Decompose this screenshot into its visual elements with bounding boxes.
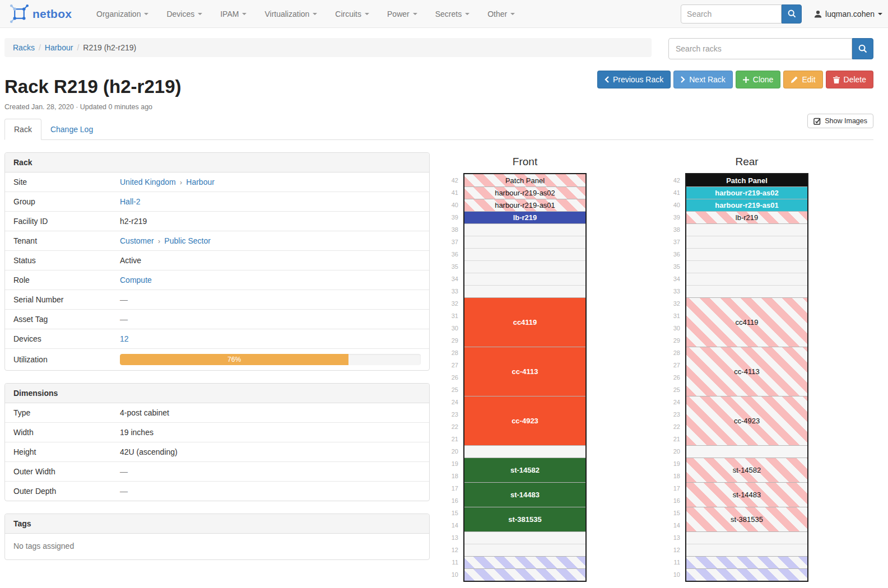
unit-number: 40 <box>668 199 680 211</box>
unit-number: 15 <box>446 507 458 519</box>
rack-device[interactable]: lb-r219 <box>686 211 807 223</box>
show-images-button[interactable]: Show Images <box>807 114 873 128</box>
rack-device[interactable]: st-14483 <box>464 482 585 507</box>
unit-number: 25 <box>446 384 458 396</box>
dimensions-panel: Dimensions Type4-post cabinetWidth19 inc… <box>4 383 430 501</box>
unit-number: 18 <box>446 470 458 482</box>
value-text: 4-post cabinet <box>120 408 169 417</box>
nav-menu-power[interactable]: Power <box>378 0 426 28</box>
unit-number: 17 <box>446 482 458 494</box>
value-text: h2-r219 <box>120 217 147 226</box>
rack-device[interactable]: st-381535 <box>686 507 807 531</box>
value-link[interactable]: Harbour <box>186 178 215 186</box>
rack-device[interactable]: st-14582 <box>686 458 807 482</box>
unit-number: 24 <box>446 396 458 408</box>
chevron-down-icon <box>413 13 417 15</box>
empty-unit <box>464 223 585 236</box>
reserved-unit <box>464 556 585 568</box>
empty-unit <box>686 236 807 248</box>
unit-number: 31 <box>446 310 458 322</box>
value-link[interactable]: Customer <box>120 236 154 245</box>
unit-number: 40 <box>446 199 458 211</box>
unit-number: 32 <box>446 297 458 310</box>
breadcrumb-link[interactable]: Racks <box>13 43 35 52</box>
front-elevation: Front 4241403938373635343332313029282726… <box>446 156 587 582</box>
user-menu[interactable]: luqman.cohen <box>814 10 882 18</box>
page: netbox OrganizationDevicesIPAMVirtualiza… <box>0 0 888 588</box>
empty-unit <box>686 223 807 236</box>
unit-number: 14 <box>446 519 458 531</box>
reserved-unit <box>464 568 585 581</box>
unit-number: 24 <box>668 396 680 408</box>
rack-device[interactable]: st-14582 <box>464 458 585 482</box>
device-label: st-14483 <box>733 491 761 499</box>
breadcrumb-link[interactable]: Harbour <box>45 43 73 52</box>
clone-button[interactable]: Clone <box>736 71 781 88</box>
delete-button[interactable]: Delete <box>826 71 873 88</box>
rack-device[interactable]: st-14483 <box>686 482 807 507</box>
unit-number: 30 <box>446 322 458 334</box>
chevron-down-icon <box>198 13 202 15</box>
front-rack: Patch Panelharbour-r219-as02harbour-r219… <box>463 173 587 582</box>
unit-number: 28 <box>446 347 458 359</box>
row-value: 4-post cabinet <box>111 403 429 423</box>
created-updated-meta: Created Jan. 28, 2020 · Updated 0 minute… <box>0 97 888 111</box>
global-search <box>681 4 802 24</box>
device-label: Patch Panel <box>726 176 768 185</box>
table-row: StatusActive <box>5 251 429 270</box>
rack-device[interactable]: harbour-r219-as02 <box>686 186 807 199</box>
nav-menu-secrets[interactable]: Secrets <box>426 0 478 28</box>
previous-rack-button[interactable]: Previous Rack <box>597 71 671 88</box>
netbox-logo[interactable]: netbox <box>4 4 77 23</box>
nav-menu-other[interactable]: Other <box>478 0 524 28</box>
search-icon <box>788 10 796 18</box>
global-search-button[interactable] <box>782 4 802 24</box>
unit-number: 22 <box>446 421 458 433</box>
next-rack-button[interactable]: Next Rack <box>673 71 733 88</box>
value-link[interactable]: Hall-2 <box>120 197 141 206</box>
nav-menu-circuits[interactable]: Circuits <box>326 0 378 28</box>
empty-unit <box>686 544 807 556</box>
edit-button[interactable]: Edit <box>783 71 822 88</box>
rack-device[interactable]: harbour-r219-as01 <box>686 199 807 211</box>
rack-device[interactable]: cc4119 <box>464 297 585 347</box>
rack-device[interactable]: harbour-r219-as02 <box>464 186 585 199</box>
rack-device[interactable]: Patch Panel <box>464 174 585 186</box>
rack-device[interactable]: st-381535 <box>464 507 585 531</box>
unit-number: 42 <box>446 174 458 186</box>
unit-number: 29 <box>668 334 680 347</box>
rack-device[interactable]: cc-4923 <box>686 396 807 445</box>
value-link[interactable]: Public Sector <box>164 236 210 245</box>
nav-menu-organization[interactable]: Organization <box>87 0 157 28</box>
table-row: RoleCompute <box>5 270 429 290</box>
check-square-icon <box>813 118 821 125</box>
value-link[interactable]: Compute <box>120 276 152 284</box>
value-link[interactable]: United Kingdom <box>120 178 176 186</box>
unit-number: 28 <box>668 347 680 359</box>
nav-menu-ipam[interactable]: IPAM <box>211 0 255 28</box>
row-label: Role <box>5 270 111 290</box>
rack-device[interactable]: cc4119 <box>686 297 807 347</box>
rack-device[interactable]: Patch Panel <box>686 174 807 186</box>
unit-number: 27 <box>446 359 458 371</box>
rack-search-input[interactable] <box>668 38 852 59</box>
unit-number: 21 <box>668 433 680 445</box>
row-label: Status <box>5 251 111 270</box>
tab-rack[interactable]: Rack <box>4 119 41 140</box>
nav-menu-virtualization[interactable]: Virtualization <box>255 0 326 28</box>
rack-device[interactable]: cc-4113 <box>686 347 807 396</box>
global-search-input[interactable] <box>681 4 782 24</box>
front-unit-numbers: 4241403938373635343332313029282726252423… <box>446 173 463 582</box>
rack-device[interactable]: harbour-r219-as01 <box>464 199 585 211</box>
unit-number: 20 <box>668 445 680 458</box>
tags-panel-title: Tags <box>5 514 429 534</box>
row-label: Utilization <box>5 349 111 371</box>
value-link[interactable]: 12 <box>120 334 129 343</box>
tab-change-log[interactable]: Change Log <box>41 119 102 139</box>
breadcrumb: Racks/Harbour/R219 (h2-r219) <box>4 38 652 57</box>
rack-search-button[interactable] <box>852 38 873 59</box>
rack-device[interactable]: cc-4113 <box>464 347 585 396</box>
nav-menu-devices[interactable]: Devices <box>157 0 211 28</box>
rack-device[interactable]: cc-4923 <box>464 396 585 445</box>
rack-device[interactable]: lb-r219 <box>464 211 585 223</box>
